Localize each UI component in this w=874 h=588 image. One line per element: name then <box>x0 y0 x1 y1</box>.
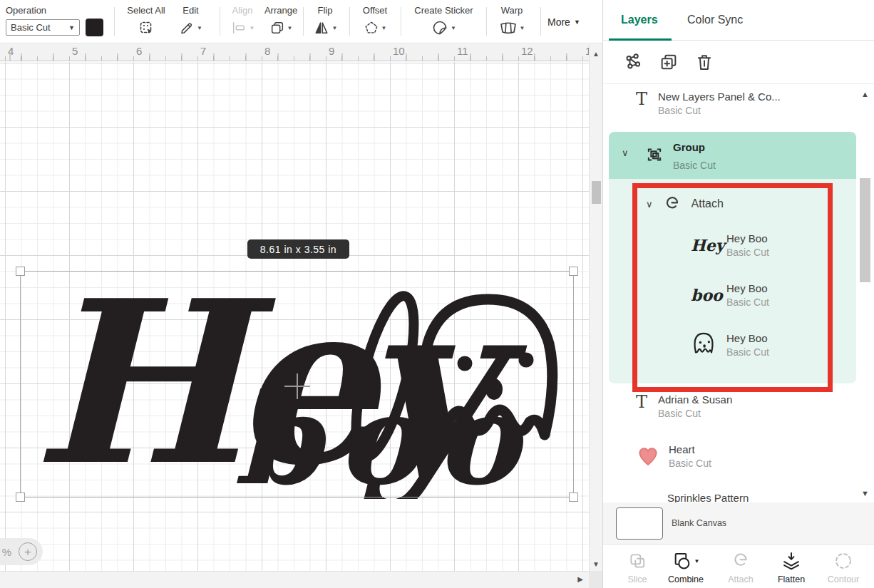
layer-operation: Basic Cut <box>726 346 769 358</box>
flatten-button[interactable]: Flatten <box>766 550 816 584</box>
toolbar-divider <box>220 7 220 36</box>
layer-title: Attach <box>692 197 724 210</box>
chevron-down-icon[interactable]: ∨ <box>622 148 629 158</box>
attach-group-container: ∨ Attach Hey Hey Boo Basic Cut boo Hey B… <box>609 179 856 383</box>
pencil-icon <box>179 20 195 36</box>
canvas-vertical-scrollbar[interactable]: ▲ ▼ <box>589 44 602 571</box>
layer-operation: Basic Cut <box>673 160 716 171</box>
chevron-down-icon[interactable]: ∨ <box>646 199 653 210</box>
panel-scroll-thumb[interactable] <box>860 178 870 282</box>
heart-icon <box>636 444 660 468</box>
layer-operation: Basic Cut <box>658 105 836 116</box>
layer-title: Hey Boo <box>726 332 769 344</box>
flip-icon <box>313 20 330 36</box>
toolbar-divider <box>401 7 401 36</box>
layer-title: Adrian & Susan <box>658 393 732 406</box>
horizontal-ruler: 4 5 6 7 8 9 10 11 12 1 <box>0 44 589 61</box>
create-sticker-button[interactable]: Create Sticker ▼ <box>410 5 478 36</box>
text-layer-icon: T <box>636 91 647 116</box>
combine-icon <box>672 551 692 571</box>
panel-scroll-up-icon[interactable]: ▲ <box>861 90 869 98</box>
chevron-down-icon: ▼ <box>574 19 580 26</box>
canvas-color-swatch[interactable] <box>616 507 663 540</box>
contour-icon <box>833 551 853 571</box>
layer-actions-bar: Slice ▼ Combine Attach Fla <box>603 544 874 588</box>
scroll-right-arrow-icon[interactable]: ▶ <box>577 575 583 583</box>
hey-thumbnail: Hey <box>691 236 716 254</box>
zoom-in-button[interactable]: + <box>19 542 37 561</box>
vertical-scroll-thumb[interactable] <box>592 181 601 204</box>
layer-operation: Basic Cut <box>658 408 732 419</box>
select-all-button[interactable]: Select All <box>121 5 171 36</box>
chevron-down-icon: ▼ <box>520 25 525 31</box>
offset-icon <box>364 20 379 36</box>
resize-handle-top-left[interactable] <box>16 267 25 276</box>
operation-dropdown[interactable]: Basic Cut ▼ <box>6 19 80 36</box>
layer-row-attach[interactable]: ∨ Attach <box>646 195 845 213</box>
trash-icon <box>694 52 714 72</box>
layer-title: Group <box>673 141 705 153</box>
toolbar-divider <box>540 7 541 36</box>
operation-label: Operation <box>6 5 46 16</box>
group-layer-icon <box>644 145 664 165</box>
dimension-label: 8.61 in x 3.55 in <box>247 239 349 259</box>
offset-button[interactable]: Offset ▼ <box>355 5 395 36</box>
chevron-down-icon: ▼ <box>451 25 456 31</box>
duplicate-button[interactable] <box>659 52 680 73</box>
toolbar-divider <box>349 7 350 36</box>
canvas-horizontal-scrollbar[interactable]: ▶ <box>0 571 589 588</box>
design-canvas[interactable]: Hey boo 8.61 in x 3.55 in % + <box>0 62 589 571</box>
ungroup-button[interactable] <box>623 52 644 73</box>
blank-canvas-label: Blank Canvas <box>672 518 726 528</box>
layer-title: Heart <box>669 443 711 455</box>
layer-row-hey-boo-1[interactable]: Hey Hey Boo Basic Cut <box>691 232 848 258</box>
toolbar-divider <box>303 7 304 36</box>
align-icon <box>230 20 247 36</box>
attach-paperclip-icon <box>731 551 751 571</box>
chevron-down-icon: ▼ <box>381 25 387 31</box>
blank-canvas-row[interactable]: Blank Canvas <box>603 502 874 544</box>
toolbar-divider <box>486 7 487 36</box>
zoom-control: % + <box>0 538 43 565</box>
flatten-icon <box>781 551 801 571</box>
chevron-down-icon: ▼ <box>694 558 700 564</box>
tab-layers[interactable]: Layers <box>621 14 658 26</box>
layer-row-group-selected[interactable]: ∨ Group Basic Cut <box>609 132 856 179</box>
scrollbar-corner <box>589 571 602 588</box>
contour-button: Contour <box>818 550 868 584</box>
toolbar-divider <box>114 7 115 36</box>
layer-row-heart[interactable]: Heart Basic Cut <box>636 443 850 469</box>
text-layer-icon: T <box>636 393 647 419</box>
layer-row-new-layers-panel[interactable]: T New Layers Panel & Co... Basic Cut <box>636 91 850 116</box>
top-toolbar: Operation Basic Cut ▼ Select All Edit <box>0 0 602 43</box>
tab-color-sync[interactable]: Color Sync <box>687 14 743 26</box>
layer-title: Hey Boo <box>726 282 769 294</box>
layer-row-hey-boo-3[interactable]: Hey Boo Basic Cut <box>691 332 848 358</box>
selection-bounding-box[interactable] <box>20 271 574 497</box>
slice-icon <box>628 552 647 570</box>
color-swatch[interactable] <box>86 19 103 36</box>
chevron-down-icon: ▼ <box>287 25 293 31</box>
sticker-icon <box>431 19 448 36</box>
combine-button[interactable]: ▼ Combine <box>661 550 711 584</box>
scroll-down-arrow-icon[interactable]: ▼ <box>592 560 600 568</box>
operation-value: Basic Cut <box>11 22 51 33</box>
flip-button[interactable]: Flip ▼ <box>308 5 342 36</box>
panel-tabs: Layers Color Sync <box>603 0 874 41</box>
resize-handle-bottom-left[interactable] <box>16 492 25 502</box>
edit-button[interactable]: Edit ▼ <box>171 5 210 36</box>
resize-handle-top-right[interactable] <box>569 267 578 276</box>
scroll-up-arrow-icon[interactable]: ▲ <box>592 50 600 58</box>
layer-row-adrian-susan[interactable]: T Adrian & Susan Basic Cut <box>636 393 850 419</box>
delete-button[interactable] <box>694 52 716 73</box>
arrange-button[interactable]: Arrange ▼ <box>260 5 302 36</box>
more-button[interactable]: More ▼ <box>547 16 580 28</box>
duplicate-icon <box>659 52 679 72</box>
layer-row-hey-boo-2[interactable]: boo Hey Boo Basic Cut <box>691 282 848 308</box>
panel-scroll-down-icon[interactable]: ▼ <box>861 489 869 497</box>
arrange-icon <box>269 20 285 36</box>
warp-button[interactable]: Warp ▼ <box>493 5 530 36</box>
layer-title: Hey Boo <box>726 232 769 244</box>
zoom-percent-label: % <box>2 546 11 558</box>
resize-handle-bottom-right[interactable] <box>569 492 578 502</box>
